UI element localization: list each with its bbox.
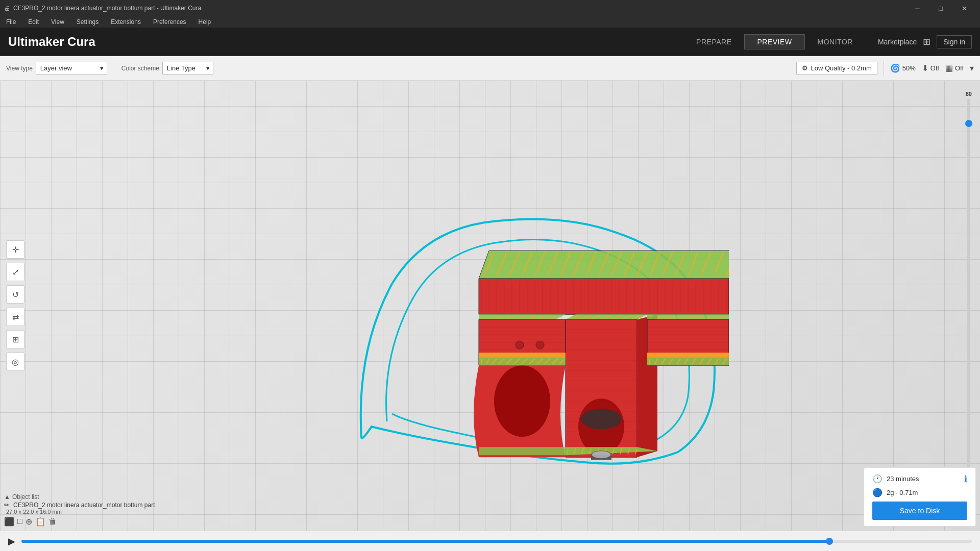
timeline-fill	[21, 540, 829, 543]
app-logo: Ultimaker Cura	[8, 35, 95, 49]
menu-settings[interactable]: Settings	[75, 17, 101, 27]
color-scheme-label: Color scheme	[121, 65, 159, 72]
slider-thumb-top[interactable]	[965, 120, 972, 127]
menu-edit[interactable]: Edit	[26, 17, 41, 27]
slider-top-value: 80	[966, 91, 972, 97]
fan-icon: 🌀	[890, 63, 900, 73]
svg-marker-88	[479, 353, 566, 358]
3d-model-svg	[331, 171, 729, 467]
object-tool-5[interactable]: 🗑	[48, 517, 57, 527]
timeline-track[interactable]	[21, 540, 972, 543]
object-tool-3[interactable]: ⊕	[26, 517, 32, 527]
navbar: Ultimaker Cura PREPARE PREVIEW MONITOR M…	[0, 28, 980, 56]
nav-right: Marketplace ⊞ Sign in	[878, 35, 972, 48]
view-type-dropdown[interactable]: Layer view ▾	[36, 62, 107, 74]
color-scheme-value: Line Type	[167, 64, 195, 72]
object-dimensions: 27.0 x 22.0 x 16.0 mm	[6, 509, 155, 515]
edit-icon: ✏	[4, 502, 9, 509]
adhesion-icon: ▦	[945, 63, 953, 73]
time-row: 🕐 23 minutes ℹ	[872, 474, 967, 484]
object-tool-1[interactable]: ⬛	[4, 517, 14, 527]
menu-file[interactable]: File	[4, 17, 18, 27]
window-title: CE3PRO_2 motor linera actuator_motor bot…	[13, 5, 201, 12]
menu-help[interactable]: Help	[197, 17, 213, 27]
tab-monitor[interactable]: MONITOR	[805, 34, 866, 49]
color-scheme-dropdown[interactable]: Line Type ▾	[162, 62, 213, 74]
object-list-header[interactable]: ▲ Object list	[4, 493, 155, 500]
timeline: ▶	[0, 531, 980, 551]
support-toggle[interactable]: ⬇ Off	[922, 63, 939, 73]
quality-button[interactable]: ⚙ Low Quality - 0.2mm	[796, 62, 877, 74]
slider-track[interactable]	[967, 99, 970, 520]
svg-point-83	[494, 365, 550, 437]
quality-label: Low Quality - 0.2mm	[811, 64, 872, 72]
view-type-value: Layer view	[40, 64, 72, 72]
svg-point-87	[581, 409, 622, 429]
nav-tabs: PREPARE PREVIEW MONITOR	[683, 34, 866, 49]
color-scheme-selector: Color scheme Line Type ▾	[121, 62, 213, 74]
collapse-icon: ▲	[4, 493, 10, 500]
color-scheme-arrow: ▾	[206, 64, 210, 72]
object-tool-2[interactable]: □	[17, 517, 22, 527]
object-list-label: Object list	[12, 493, 39, 500]
signin-button[interactable]: Sign in	[937, 35, 972, 48]
object-name: CE3PRO_2 motor linera actuator_motor bot…	[13, 502, 155, 509]
object-panel: ▲ Object list ✏ CE3PRO_2 motor linera ac…	[4, 493, 155, 527]
timeline-thumb[interactable]	[826, 538, 833, 545]
material-row: 🔵 2g · 0.71m	[872, 488, 967, 497]
titlebar: 🖨 CE3PRO_2 motor linera actuator_motor b…	[0, 0, 980, 16]
svg-marker-102	[647, 353, 729, 358]
layer-slider[interactable]: 80	[966, 91, 972, 520]
svg-point-128	[592, 451, 610, 458]
settings-icon: ⚙	[802, 64, 808, 72]
support-eraser-tool[interactable]: ◎	[6, 353, 24, 371]
print-panel: 🕐 23 minutes ℹ 🔵 2g · 0.71m Save to Disk	[864, 467, 976, 527]
info-button[interactable]: ℹ	[964, 474, 967, 484]
minimize-button[interactable]: ─	[905, 0, 929, 16]
separator	[884, 61, 884, 76]
rotate-tool[interactable]: ↺	[6, 285, 24, 304]
toolbar-right: ⚙ Low Quality - 0.2mm 🌀 50% ⬇ Off ▦ Off …	[796, 61, 974, 76]
maximize-button[interactable]: □	[929, 0, 952, 16]
menu-view[interactable]: View	[49, 17, 66, 27]
arrange-tool[interactable]: ⊞	[6, 330, 24, 348]
menu-preferences[interactable]: Preferences	[151, 17, 188, 27]
object-tool-4[interactable]: 📋	[35, 517, 45, 527]
adhesion-value: Off	[955, 64, 964, 72]
viewport[interactable]: ✛ ⤢ ↺ ⇄ ⊞ ◎	[0, 81, 980, 531]
logo-text: Ultimaker	[8, 35, 67, 48]
scale-tool[interactable]: ⤢	[6, 263, 24, 281]
fan-value: 50%	[902, 64, 916, 72]
titlebar-controls: ─ □ ✕	[905, 0, 976, 16]
toolbar: View type Layer view ▾ Color scheme Line…	[0, 56, 980, 81]
marketplace-button[interactable]: Marketplace	[878, 38, 917, 46]
play-button[interactable]: ▶	[8, 536, 15, 547]
svg-point-84	[516, 341, 524, 349]
svg-point-85	[536, 341, 544, 349]
expand-settings-button[interactable]: ▾	[970, 63, 974, 73]
left-tools: ✛ ⤢ ↺ ⇄ ⊞ ◎	[6, 240, 24, 371]
3d-model-container	[331, 171, 729, 469]
save-to-disk-button[interactable]: Save to Disk	[872, 502, 967, 520]
menu-extensions[interactable]: Extensions	[109, 17, 143, 27]
app-icon: 🖨	[4, 5, 10, 12]
menubar: File Edit View Settings Extensions Prefe…	[0, 16, 980, 28]
clock-icon: 🕐	[872, 474, 883, 484]
view-type-selector: View type Layer view ▾	[6, 62, 107, 74]
tab-preview[interactable]: PREVIEW	[744, 34, 804, 49]
fan-toggle[interactable]: 🌀 50%	[890, 63, 916, 73]
adhesion-toggle[interactable]: ▦ Off	[945, 63, 964, 73]
close-button[interactable]: ✕	[952, 0, 976, 16]
view-type-arrow: ▾	[100, 64, 104, 72]
view-type-label: View type	[6, 65, 33, 72]
mirror-tool[interactable]: ⇄	[6, 308, 24, 326]
support-value: Off	[930, 64, 939, 72]
material-icon: 🔵	[872, 488, 883, 497]
move-tool[interactable]: ✛	[6, 240, 24, 259]
object-row: ✏ CE3PRO_2 motor linera actuator_motor b…	[4, 502, 155, 509]
print-time: 23 minutes	[887, 475, 919, 483]
apps-grid-icon[interactable]: ⊞	[923, 36, 930, 47]
tab-prepare[interactable]: PREPARE	[683, 34, 744, 49]
support-icon: ⬇	[922, 63, 928, 73]
svg-marker-129	[479, 447, 566, 455]
